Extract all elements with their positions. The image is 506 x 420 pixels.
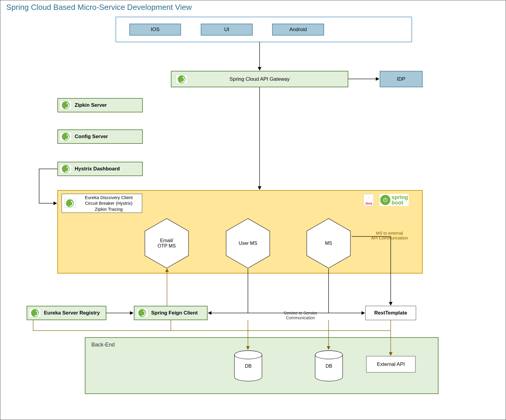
- ms-info-line2: Circuit Breaker (Hystrix): [78, 200, 139, 206]
- spring-icon: [60, 164, 72, 173]
- api-gateway-label: Spring Cloud API Gateway: [229, 76, 289, 82]
- spring-icon: [29, 308, 41, 317]
- client-ui: UI: [201, 24, 253, 36]
- ms-info-line3: Zipkin Tracing: [78, 206, 139, 212]
- backend-label: Back-End: [91, 342, 115, 348]
- hystrix-label: Hystrix Dashboard: [75, 166, 120, 172]
- client-ui-label: UI: [224, 27, 229, 33]
- eureka-label: Eureka Server Registry: [44, 310, 100, 316]
- zipkin-server-box: Zipkin Server: [57, 98, 143, 112]
- external-api-label: External API: [377, 361, 405, 367]
- spring-icon: [136, 308, 148, 317]
- zipkin-label: Zipkin Server: [75, 102, 107, 108]
- eureka-registry-box: Eureka Server Registry: [27, 306, 106, 320]
- spring-icon: [64, 199, 76, 208]
- client-ios: IOS: [129, 24, 181, 36]
- feign-client-box: Spring Feign Client: [134, 306, 208, 320]
- client-android-label: Android: [289, 27, 307, 33]
- config-label: Config Server: [75, 134, 108, 140]
- client-android: Android: [272, 24, 324, 36]
- spring-icon: [60, 101, 72, 110]
- svg-point-6: [234, 351, 262, 359]
- java-logo-text: Java: [365, 201, 372, 205]
- hex-email-label: Email/ OTP MS: [144, 218, 190, 269]
- spring-icon: [60, 132, 72, 141]
- db2-label: DB: [314, 364, 344, 369]
- db1-label: DB: [233, 364, 263, 369]
- config-server-box: Config Server: [57, 129, 143, 144]
- svg-rect-1: [385, 199, 386, 201]
- ms-external-label: MS to external API Communciation: [367, 226, 412, 240]
- svc-to-svc-label: Service to Service Communication: [275, 306, 326, 320]
- java-logo: Java: [364, 194, 374, 206]
- client-ios-label: IOS: [151, 27, 160, 33]
- rest-template-box: RestTemplate: [365, 306, 416, 320]
- hex-ms-label: MS: [306, 218, 352, 269]
- idp-box: IDP: [380, 71, 423, 87]
- feign-label: Spring Feign Client: [151, 310, 198, 316]
- diagram-canvas: Spring Cloud Based Micro-Service Develop…: [0, 0, 506, 420]
- hystrix-dashboard-box: Hystrix Dashboard: [57, 162, 143, 176]
- hex-user-label: User MS: [225, 218, 271, 269]
- svg-point-8: [315, 351, 343, 359]
- ms-info-line1: Eureka Discovery Client: [78, 195, 139, 201]
- springboot-logo-text: spring boot: [392, 195, 408, 205]
- springboot-logo: spring boot: [380, 194, 409, 206]
- ms-annotations-box: Eureka Discovery Client Circuit Breaker …: [62, 194, 142, 213]
- external-api-box: External API: [366, 356, 415, 372]
- rest-template-label: RestTemplate: [374, 310, 407, 316]
- spring-icon: [176, 75, 188, 84]
- idp-label: IDP: [397, 76, 405, 82]
- diagram-title: Spring Cloud Based Micro-Service Develop…: [6, 3, 192, 12]
- api-gateway-box: Spring Cloud API Gateway: [171, 71, 348, 87]
